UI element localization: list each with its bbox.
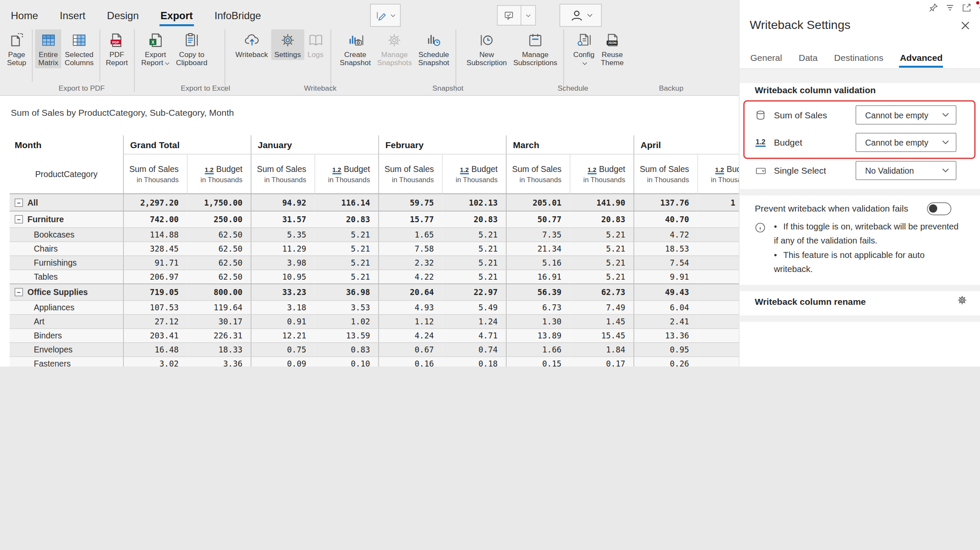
matrix-cell[interactable]: 137.76	[634, 194, 698, 211]
matrix-cell[interactable]: 30.17	[187, 314, 251, 328]
matrix-cell[interactable]	[698, 356, 739, 367]
writeback-button[interactable]: Writeback	[232, 29, 271, 60]
matrix-cell[interactable]: 40.70	[634, 211, 698, 227]
matrix-row-header[interactable]: Art	[10, 314, 123, 328]
matrix-column-header-budget[interactable]: 1.2Budgetin Thousands	[187, 155, 251, 194]
matrix-cell[interactable]: 21.34	[506, 241, 570, 255]
matrix-cell[interactable]: 0.74	[442, 342, 506, 356]
matrix-cell[interactable]: 5.21	[570, 227, 634, 241]
matrix-cell[interactable]: 5.21	[442, 255, 506, 269]
panel-tab-advanced[interactable]: Advanced	[899, 50, 943, 68]
matrix-cell[interactable]: 0.16	[379, 356, 442, 367]
tab-insert[interactable]: Insert	[59, 8, 87, 24]
manage-snapshots-button[interactable]: ManageSnapshots	[374, 29, 415, 69]
edit-report-button[interactable]	[370, 4, 401, 27]
matrix-cell[interactable]: 0.75	[251, 342, 315, 356]
matrix-cell[interactable]: 2,297.20	[123, 194, 187, 211]
matrix-column-header-budget[interactable]: 1.2Budgetin Thousands	[315, 155, 379, 194]
collapse-icon[interactable]: −	[15, 288, 23, 297]
matrix-row-header[interactable]: Furnishings	[10, 255, 123, 269]
matrix-cell[interactable]: 1.66	[506, 342, 570, 356]
matrix-cell[interactable]: 5.16	[506, 255, 570, 269]
matrix-cell[interactable]	[698, 284, 739, 300]
matrix-cell[interactable]	[698, 241, 739, 255]
matrix-cell[interactable]: 203.41	[123, 328, 187, 342]
matrix-cell[interactable]: 0.09	[251, 356, 315, 367]
matrix-cell[interactable]: 3.02	[123, 356, 187, 367]
matrix-cell[interactable]: 1.30	[506, 314, 570, 328]
tab-export[interactable]: Export	[159, 8, 194, 24]
new-subscription-button[interactable]: NewSubscription	[463, 29, 510, 69]
matrix-cell[interactable]: 114.88	[123, 227, 187, 241]
matrix-cell[interactable]: 20.83	[442, 211, 506, 227]
tab-infobridge[interactable]: InfoBridge	[213, 8, 262, 24]
matrix-cell[interactable]: 5.21	[315, 269, 379, 284]
matrix-corner-row-header[interactable]: ProductCategory	[10, 155, 123, 194]
matrix-cell[interactable]: 16.48	[123, 342, 187, 356]
matrix-cell[interactable]: 719.05	[123, 284, 187, 300]
matrix-cell[interactable]: 1	[698, 194, 739, 211]
writeback-logs-button[interactable]: Logs	[304, 29, 327, 60]
export-report-button[interactable]: X ExportReport	[138, 29, 173, 69]
matrix-cell[interactable]: 119.64	[187, 300, 251, 314]
matrix-cell[interactable]: 20.83	[570, 211, 634, 227]
matrix-cell[interactable]: 0.10	[315, 356, 379, 367]
matrix-row-header[interactable]: Tables	[10, 269, 123, 284]
matrix-cell[interactable]: 62.50	[187, 227, 251, 241]
matrix-cell[interactable]: 0.83	[315, 342, 379, 356]
matrix-cell[interactable]: 4.71	[442, 328, 506, 342]
matrix-cell[interactable]: 59.75	[379, 194, 442, 211]
matrix-column-header-sales[interactable]: Sum of Salesin Thousands	[251, 155, 315, 194]
tab-design[interactable]: Design	[106, 8, 140, 24]
matrix-cell[interactable]: 49.43	[634, 284, 698, 300]
pdf-report-button[interactable]: PDF PDFReport	[103, 29, 131, 69]
matrix-cell[interactable]: 800.00	[187, 284, 251, 300]
matrix-cell[interactable]: 1.65	[379, 227, 442, 241]
validation-dropdown-budget[interactable]: Cannot be empty	[856, 133, 957, 152]
matrix-cell[interactable]: 15.45	[570, 328, 634, 342]
matrix-column-group[interactable]: February	[379, 135, 506, 155]
matrix-cell[interactable]: 5.49	[442, 300, 506, 314]
matrix-cell[interactable]	[698, 211, 739, 227]
focus-mode-icon[interactable]	[962, 3, 972, 13]
matrix-cell[interactable]: 0.26	[634, 356, 698, 367]
matrix-row-header[interactable]: Appliances	[10, 300, 123, 314]
matrix-cell[interactable]: 13.59	[315, 328, 379, 342]
matrix-cell[interactable]: 94.92	[251, 194, 315, 211]
collapse-icon[interactable]: −	[15, 198, 23, 207]
matrix-cell[interactable]: 1.45	[570, 314, 634, 328]
matrix-column-group[interactable]: Grand Total	[123, 135, 251, 155]
matrix-cell[interactable]: 3.18	[251, 300, 315, 314]
panel-tab-data[interactable]: Data	[798, 50, 818, 68]
matrix-cell[interactable]: 1.84	[570, 342, 634, 356]
matrix-cell[interactable]: 33.23	[251, 284, 315, 300]
manage-subscriptions-button[interactable]: ManageSubscriptions	[510, 29, 561, 69]
matrix-cell[interactable]: 9.91	[634, 269, 698, 284]
entire-matrix-button[interactable]: EntireMatrix	[35, 29, 62, 69]
matrix-cell[interactable]: 50.77	[506, 211, 570, 227]
matrix-cell[interactable]: 1.12	[379, 314, 442, 328]
matrix-cell[interactable]: 328.45	[123, 241, 187, 255]
matrix-cell[interactable]	[698, 269, 739, 284]
matrix-cell[interactable]: 13.89	[506, 328, 570, 342]
writeback-settings-button[interactable]: Settings	[271, 29, 304, 60]
matrix-cell[interactable]: 250.00	[187, 211, 251, 227]
matrix-cell[interactable]: 18.33	[187, 342, 251, 356]
matrix-cell[interactable]: 742.00	[123, 211, 187, 227]
matrix-cell[interactable]: 6.73	[506, 300, 570, 314]
config-button[interactable]: Config	[570, 29, 598, 69]
matrix-cell[interactable]: 91.71	[123, 255, 187, 269]
matrix-cell[interactable]: 1.02	[315, 314, 379, 328]
prevent-writeback-toggle[interactable]	[927, 203, 952, 215]
matrix-cell[interactable]: 4.22	[379, 269, 442, 284]
matrix-column-header-sales[interactable]: Sum of Salesin Thousands	[379, 155, 442, 194]
matrix-cell[interactable]: 0.15	[506, 356, 570, 367]
matrix-cell[interactable]: 5.21	[570, 241, 634, 255]
matrix-cell[interactable]: 62.50	[187, 255, 251, 269]
matrix-cell[interactable]	[698, 342, 739, 356]
filter-icon[interactable]	[945, 3, 955, 13]
matrix-cell[interactable]: 7.58	[379, 241, 442, 255]
matrix-cell[interactable]: 5.21	[315, 227, 379, 241]
matrix-cell[interactable]	[698, 314, 739, 328]
matrix-cell[interactable]: 4.72	[634, 227, 698, 241]
